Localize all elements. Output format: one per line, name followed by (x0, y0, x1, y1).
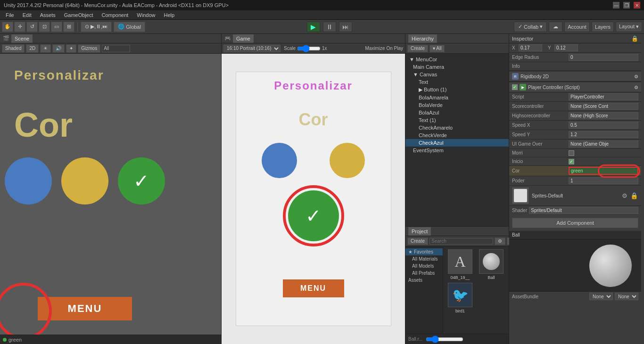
step-button[interactable]: ⏭ (339, 22, 352, 32)
scene-effects-button[interactable]: ✦ (66, 44, 76, 53)
scale-slider[interactable] (297, 46, 321, 51)
shaded-button[interactable]: Shaded (2, 44, 25, 53)
layers-button[interactable]: Layers (592, 22, 614, 32)
proj-folder-all-materials[interactable]: All Materials (405, 255, 443, 262)
project-main: A 04B_19__ Ball 🐦 bird1 (443, 246, 509, 334)
game-tab[interactable]: Game (233, 34, 254, 43)
global-button[interactable]: 🌐 Global (114, 22, 145, 32)
menu-component[interactable]: Component (98, 11, 132, 19)
game-circle-yellow (330, 143, 365, 178)
uigameover-value[interactable] (569, 140, 638, 147)
sprites-lock-button[interactable]: 🔒 (630, 192, 638, 199)
cloud-button[interactable]: ☁ (549, 22, 562, 32)
player-controller-header[interactable]: ✓ ▶ Player Controller (Script) (509, 82, 641, 92)
pause-button[interactable]: ⏸ (323, 22, 336, 32)
2d-button[interactable]: 2D (26, 44, 39, 53)
speedy-label: Speed Y (512, 132, 569, 137)
rotate-tool[interactable]: ↺ (26, 22, 38, 32)
speedx-row: Speed X (509, 121, 641, 130)
proj-folder-assets[interactable]: Assets (405, 277, 443, 284)
hier-item-eventsystem[interactable]: EventSystem (405, 147, 509, 154)
hier-item-bolaverde[interactable]: BolaVerde (405, 101, 509, 109)
scorecontroller-label: Scorecontroller (512, 104, 569, 109)
pivot-center-button[interactable]: ⊙ ▶,⏸,⏭ (81, 22, 112, 32)
highscore-value[interactable] (569, 112, 638, 119)
multi-tool[interactable]: ⊞ (63, 22, 74, 32)
project-filter-button[interactable]: ⚙ (495, 238, 505, 245)
inspector-tab[interactable]: Inspector (512, 36, 533, 41)
project-create-button[interactable]: Create (407, 238, 428, 245)
project-tab[interactable]: Project (408, 227, 431, 236)
maximize-button[interactable]: ❐ (623, 2, 630, 8)
poder-value[interactable] (569, 177, 638, 184)
hand-tool[interactable]: ✋ (2, 22, 13, 32)
scene-tab[interactable]: Scene (11, 34, 33, 43)
hier-item-bolaamarela[interactable]: BolaAmarela (405, 94, 509, 101)
rect-tool[interactable]: ▭ (51, 22, 62, 32)
menu-gameobject[interactable]: GameObject (60, 11, 97, 19)
scale-tool[interactable]: ⊡ (39, 22, 50, 32)
account-button[interactable]: Account (564, 22, 590, 32)
proj-folder-all-models[interactable]: All Models (405, 262, 443, 270)
collab-button[interactable]: ✓ Collab ▾ (514, 22, 547, 32)
hierarchy-all-button[interactable]: ▾ All (429, 45, 445, 52)
move-tool[interactable]: ✛ (14, 22, 25, 32)
hier-item-maincamera[interactable]: Main Camera (405, 63, 509, 71)
cor-value[interactable] (569, 167, 638, 175)
hier-item-checkverde[interactable]: CheckVerde (405, 131, 509, 139)
proj-folder-all-prefabs[interactable]: All Prefabs (405, 270, 443, 277)
morri-checkbox[interactable] (569, 150, 574, 156)
ball-section: Ball (509, 231, 641, 239)
proj-item-bird1[interactable]: 🐦 bird1 (446, 283, 474, 313)
hierarchy-create-button[interactable]: Create (407, 45, 428, 52)
assetbundle-select2[interactable]: None (615, 293, 638, 300)
menu-window[interactable]: Window (133, 11, 159, 19)
x-value[interactable] (519, 44, 542, 51)
y-value[interactable] (554, 44, 578, 51)
close-button[interactable]: ✕ (634, 2, 640, 8)
player-controller-checkbox[interactable]: ✓ (512, 84, 518, 90)
hier-item-checkamarelo[interactable]: CheckAmarelo (405, 124, 509, 131)
layout-button[interactable]: Layout ▾ (616, 22, 642, 32)
rigidbody2d-gear-icon[interactable] (634, 74, 638, 79)
inspector-lock-button[interactable]: 🔒 (631, 35, 638, 42)
hier-item-canvas[interactable]: ▼ Canvas (405, 71, 509, 78)
hier-item-text1[interactable]: Text (1) (405, 116, 509, 124)
menu-edit[interactable]: Edit (19, 11, 35, 19)
hier-item-button1[interactable]: ▶ Button (1) (405, 86, 509, 94)
edge-radius-value[interactable] (569, 54, 638, 61)
hier-item-text[interactable]: Text (405, 78, 509, 86)
hier-item-menucor[interactable]: ▼ MenuCor (405, 56, 509, 63)
proj-item-font[interactable]: A 04B_19__ (446, 249, 474, 280)
menu-assets[interactable]: Assets (36, 11, 59, 19)
scene-menu-button[interactable]: MENU (38, 297, 132, 320)
menu-help[interactable]: Help (160, 11, 178, 19)
player-controller-gear-icon[interactable] (634, 85, 638, 90)
inicio-checkbox[interactable]: ✓ (569, 159, 574, 164)
rigidbody2d-header[interactable]: R Rigidbody 2D (509, 71, 641, 82)
speedx-value[interactable] (569, 122, 638, 129)
scorecontroller-value[interactable] (569, 103, 638, 110)
speedy-value[interactable] (569, 131, 638, 138)
proj-folder-favorites[interactable]: ★ Favorites (405, 248, 443, 255)
project-search-input[interactable] (429, 238, 493, 245)
gizmos-button[interactable]: Gizmos (78, 44, 100, 53)
hier-item-bolaazul[interactable]: BolaAzul (405, 109, 509, 116)
resolution-select[interactable]: 16:10 Portrait (10:16) (223, 45, 281, 52)
sprites-gear-button[interactable]: ⚙ (622, 192, 627, 199)
script-value[interactable] (569, 93, 638, 100)
scene-audio-button[interactable]: 🔊 (52, 44, 65, 53)
menu-file[interactable]: File (2, 11, 18, 19)
project-size-slider[interactable] (426, 337, 463, 342)
scene-lighting-button[interactable]: ☀ (40, 44, 51, 53)
scene-search[interactable] (102, 45, 130, 52)
play-button[interactable]: ▶ (307, 22, 320, 32)
hier-item-checkazul[interactable]: CheckAzul (405, 139, 509, 147)
game-menu-button[interactable]: MENU (283, 279, 344, 297)
minimize-button[interactable]: — (613, 2, 619, 8)
assetbundle-select1[interactable]: None (589, 293, 613, 300)
add-component-button[interactable]: Add Component (512, 218, 638, 228)
proj-item-ball[interactable]: Ball (477, 249, 505, 280)
hierarchy-tab[interactable]: Hierarchy (408, 34, 437, 43)
shader-value[interactable] (529, 207, 638, 214)
